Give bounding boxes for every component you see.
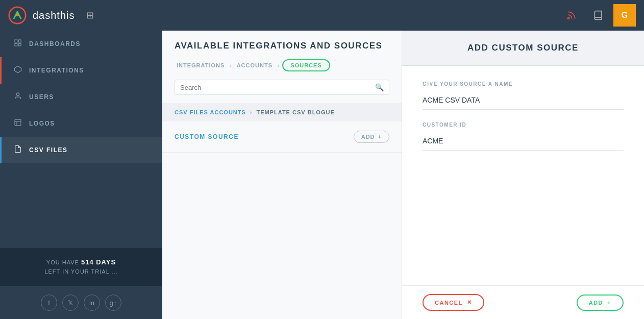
svg-rect-8	[15, 119, 21, 126]
search-input[interactable]	[180, 84, 375, 91]
trial-banner: YOU HAVE 514 DAYS LEFT IN YOUR TRIAL ...	[0, 248, 162, 286]
sidebar: Dashboards Integrations Users	[0, 31, 162, 319]
right-panel-title: ADD CUSTOM SOURCE	[414, 43, 632, 53]
sidebar-item-csv-files[interactable]: CSV Files	[0, 137, 162, 163]
svg-point-1	[568, 17, 569, 19]
source-name-input[interactable]	[423, 91, 624, 110]
dashboards-icon	[14, 39, 22, 49]
main-layout: Dashboards Integrations Users	[0, 31, 644, 319]
twitter-icon[interactable]: 𝕏	[62, 295, 79, 311]
right-panel-footer: CANCEL ✕ ADD +	[402, 285, 644, 319]
sidebar-label-users: Users	[29, 93, 54, 101]
sidebar-label-integrations: Integrations	[29, 67, 84, 74]
tabs-row: INTEGRATIONS › ACCOUNTS › SOURCES	[175, 59, 389, 71]
svg-rect-3	[18, 40, 21, 42]
logos-icon	[14, 118, 22, 129]
add-source-button[interactable]: ADD +	[354, 131, 389, 143]
add-button[interactable]: ADD +	[577, 295, 624, 311]
social-links: f 𝕏 in g+	[0, 286, 162, 319]
sidebar-nav: Dashboards Integrations Users	[0, 31, 162, 248]
linkedin-icon[interactable]: in	[84, 295, 100, 311]
sidebar-label-dashboards: Dashboards	[29, 40, 81, 47]
sidebar-item-users[interactable]: Users	[0, 84, 162, 110]
sidebar-label-csv-files: CSV Files	[29, 146, 68, 154]
googleplus-icon[interactable]: g+	[105, 295, 121, 311]
cancel-icon: ✕	[467, 299, 473, 306]
cancel-button[interactable]: CANCEL ✕	[423, 294, 484, 311]
grid-icon-button[interactable]: ⊞	[81, 6, 100, 24]
tab-accounts[interactable]: ACCOUNTS	[235, 61, 275, 69]
search-bar: 🔍	[175, 80, 389, 95]
right-panel: ADD CUSTOM SOURCE GIVE YOUR SOURCE A NAM…	[402, 31, 644, 319]
right-panel-header: ADD CUSTOM SOURCE	[402, 31, 644, 66]
breadcrumb-chevron: ›	[250, 109, 253, 115]
svg-rect-2	[15, 40, 17, 42]
chevron-icon-1: ›	[230, 63, 231, 68]
user-initial: G	[622, 11, 628, 20]
svg-rect-5	[18, 43, 21, 46]
content-area: AVAILABLE INTEGRATIONS AND SOURCES INTEG…	[162, 31, 644, 319]
cancel-label: CANCEL	[435, 300, 463, 306]
add-icon: +	[607, 300, 611, 306]
svg-rect-4	[15, 43, 17, 46]
users-icon	[14, 92, 22, 102]
breadcrumb: CSV FILES ACCOUNTS › TEMPLATE CSV BLOGUE	[162, 103, 402, 121]
tab-sources[interactable]: SOURCES	[282, 59, 330, 71]
add-label: ADD	[589, 300, 603, 306]
breadcrumb-child: TEMPLATE CSV BLOGUE	[257, 109, 335, 115]
customer-id-input[interactable]	[423, 132, 624, 151]
customer-id-label: CUSTOMER ID	[423, 122, 624, 128]
book-icon-button[interactable]	[587, 4, 609, 27]
panel-title: AVAILABLE INTEGRATIONS AND SOURCES	[175, 41, 389, 51]
svg-marker-6	[14, 66, 21, 72]
rss-icon-button[interactable]	[560, 4, 583, 27]
tab-integrations[interactable]: INTEGRATIONS	[175, 61, 227, 69]
facebook-icon[interactable]: f	[41, 295, 57, 311]
right-panel-body: GIVE YOUR SOURCE A NAME CUSTOMER ID	[402, 66, 644, 285]
app-name: dashthis	[33, 10, 75, 21]
nav-right: G	[560, 4, 636, 27]
nav-left: dashthis ⊞	[8, 6, 100, 24]
top-navigation: dashthis ⊞ G	[0, 0, 644, 31]
split-layout: AVAILABLE INTEGRATIONS AND SOURCES INTEG…	[162, 31, 644, 319]
source-name-label: GIVE YOUR SOURCE A NAME	[423, 81, 624, 87]
customer-id-group: CUSTOMER ID	[423, 122, 624, 151]
sidebar-label-logos: Logos	[29, 120, 55, 127]
add-button-label: ADD	[361, 134, 375, 140]
chevron-icon-2: ›	[278, 63, 279, 68]
search-icon: 🔍	[375, 83, 384, 91]
sidebar-item-dashboards[interactable]: Dashboards	[0, 31, 162, 57]
trial-days: 514 DAYS	[81, 258, 116, 266]
user-avatar-button[interactable]: G	[613, 4, 636, 27]
custom-source-label: CUSTOM SOURCE	[175, 133, 239, 140]
sidebar-item-logos[interactable]: Logos	[0, 110, 162, 137]
add-button-plus: +	[378, 134, 382, 140]
integrations-icon	[14, 65, 22, 76]
source-name-group: GIVE YOUR SOURCE A NAME	[423, 81, 624, 110]
source-row: CUSTOM SOURCE ADD +	[162, 121, 402, 153]
csv-files-icon	[14, 145, 22, 155]
integrations-header: AVAILABLE INTEGRATIONS AND SOURCES INTEG…	[162, 31, 402, 80]
trial-suffix: LEFT IN YOUR TRIAL ...	[44, 268, 117, 275]
breadcrumb-parent[interactable]: CSV FILES ACCOUNTS	[175, 109, 246, 115]
svg-point-7	[16, 93, 19, 95]
trial-prefix: YOU HAVE	[46, 259, 79, 265]
integrations-panel: AVAILABLE INTEGRATIONS AND SOURCES INTEG…	[162, 31, 402, 319]
app-logo	[8, 6, 27, 24]
sidebar-item-integrations[interactable]: Integrations	[0, 57, 162, 84]
